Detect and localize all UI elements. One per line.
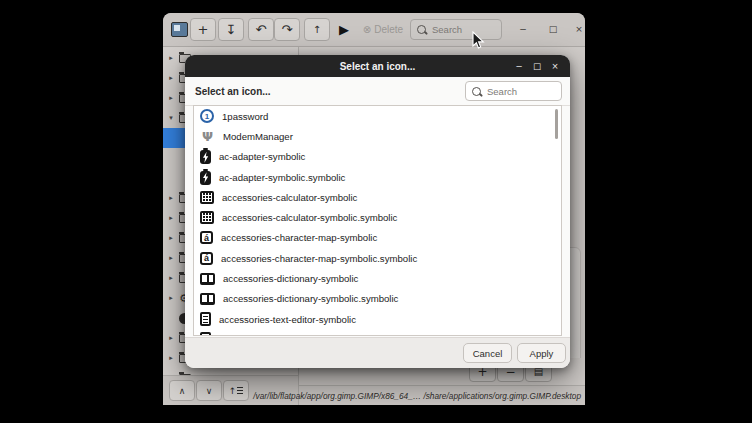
search-icon xyxy=(417,25,426,34)
expander-icon[interactable]: ▸ xyxy=(167,194,175,202)
undo-button[interactable]: ↶ xyxy=(248,18,274,41)
apply-button[interactable]: Apply xyxy=(517,343,566,363)
select-icon-dialog: Select an icon... − □ × Select an icon..… xyxy=(185,55,570,368)
delete-label: Delete xyxy=(374,24,403,35)
character-map-icon: á xyxy=(200,231,213,244)
battery-bolt-icon xyxy=(200,150,211,164)
list-item-calculator-symbolic[interactable]: accessories-calculator-symbolic.symbolic xyxy=(194,207,561,227)
toolbar-search-input[interactable] xyxy=(430,23,495,36)
calculator-icon xyxy=(200,211,214,224)
bolt-shape xyxy=(201,172,210,184)
export-button[interactable]: ↑ xyxy=(304,18,330,41)
expander-icon[interactable]: ▾ xyxy=(167,114,175,122)
sort-button[interactable]: ↑ xyxy=(223,380,249,401)
list-item-character-map-symbolic[interactable]: á accessories-character-map-symbolic.sym… xyxy=(194,248,561,268)
delete-icon: ⊗ xyxy=(363,24,371,35)
dialog-header-label: Select an icon... xyxy=(195,77,271,105)
list-scrollbar[interactable] xyxy=(555,109,558,139)
expander-icon[interactable]: ▸ xyxy=(167,354,175,362)
1password-icon: 1 xyxy=(200,109,214,123)
antenna-icon: Ψ xyxy=(200,129,215,144)
list-item-text-editor-symbolic[interactable]: accessories-text-editor-symbolic.symboli… xyxy=(194,329,561,336)
statusbar: /var/lib/flatpak/app/org.gimp.GIMP/x86_6… xyxy=(299,385,585,405)
list-item-dictionary[interactable]: accessories-dictionary-symbolic xyxy=(194,268,561,288)
charmap-glyph: á xyxy=(204,233,209,243)
list-item-calculator[interactable]: accessories-calculator-symbolic xyxy=(194,187,561,207)
dialog-search-input[interactable] xyxy=(485,85,555,98)
window-maximize-button[interactable]: □ xyxy=(545,21,561,37)
expander-icon[interactable]: ▸ xyxy=(167,214,175,222)
list-item-label: accessories-character-map-symbolic xyxy=(221,232,377,243)
list-item-label: accessories-character-map-symbolic.symbo… xyxy=(221,253,417,264)
dialog-close-button[interactable]: × xyxy=(548,59,562,73)
cancel-button[interactable]: Cancel xyxy=(463,343,512,363)
battery-bolt-icon xyxy=(200,171,211,185)
dialog-minimize-button[interactable]: − xyxy=(512,59,526,73)
list-item-ac-adapter[interactable]: ac-adapter-symbolic xyxy=(194,147,561,167)
search-icon xyxy=(472,87,481,96)
list-item-1password[interactable]: 1 1password xyxy=(194,106,561,126)
list-item-dictionary-symbolic[interactable]: accessories-dictionary-symbolic.symbolic xyxy=(194,289,561,309)
list-item-label: accessories-calculator-symbolic xyxy=(222,192,357,203)
charmap-glyph: á xyxy=(204,253,209,263)
list-item-label: ac-adapter-symbolic xyxy=(219,151,305,162)
move-down-button[interactable]: ∨ xyxy=(196,380,222,401)
icon-list[interactable]: 1 1password Ψ ModemManager ac-adapter-sy… xyxy=(193,105,562,336)
redo-button[interactable]: ↷ xyxy=(274,18,300,41)
main-toolbar: + ↧ ↶ ↷ ↑ ▶ ⊗ Delete − □ × xyxy=(163,13,585,47)
toolbar-search-box[interactable] xyxy=(410,19,502,40)
run-button[interactable]: ▶ xyxy=(331,18,357,41)
list-item-label: accessories-calculator-symbolic.symbolic xyxy=(222,212,397,223)
text-document-icon xyxy=(200,332,211,336)
save-button[interactable]: ↧ xyxy=(218,18,244,41)
desktop-file-path: /var/lib/flatpak/app/org.gimp.GIMP/x86_6… xyxy=(253,391,581,401)
list-item-label: accessories-dictionary-symbolic xyxy=(223,273,358,284)
dialog-action-area: Cancel Apply xyxy=(185,337,570,368)
calculator-icon xyxy=(200,191,214,204)
list-item-label: ModemManager xyxy=(223,131,293,142)
character-map-icon: á xyxy=(200,252,213,265)
dialog-header: Select an icon... xyxy=(185,77,570,106)
list-item-label: 1password xyxy=(222,111,268,122)
expander-icon[interactable]: ▸ xyxy=(167,334,175,342)
list-item-text-editor[interactable]: accessories-text-editor-symbolic xyxy=(194,309,561,329)
text-document-icon xyxy=(200,312,211,326)
expander-icon[interactable]: ▸ xyxy=(167,74,175,82)
sort-lines-icon xyxy=(237,387,243,394)
expander-icon[interactable]: ▸ xyxy=(167,294,175,302)
mouse-cursor xyxy=(472,31,485,54)
sort-arrow-icon: ↑ xyxy=(229,386,237,396)
app-icon xyxy=(171,22,188,37)
window-close-button[interactable]: × xyxy=(571,21,585,37)
expander-icon[interactable]: ▸ xyxy=(167,54,175,62)
book-icon xyxy=(200,293,215,305)
1password-glyph: 1 xyxy=(205,112,209,121)
window-minimize-button[interactable]: − xyxy=(515,21,531,37)
list-item-label: accessories-text-editor-symbolic xyxy=(219,314,356,325)
expander-icon[interactable]: ▸ xyxy=(167,274,175,282)
dialog-titlebar[interactable]: Select an icon... − □ × xyxy=(185,55,570,77)
list-item-modemmanager[interactable]: Ψ ModemManager xyxy=(194,126,561,146)
dialog-maximize-button[interactable]: □ xyxy=(530,59,544,73)
list-item-label: accessories-dictionary-symbolic.symbolic xyxy=(223,293,398,304)
list-item-label: ac-adapter-symbolic.symbolic xyxy=(219,172,345,183)
list-item-character-map[interactable]: á accessories-character-map-symbolic xyxy=(194,228,561,248)
screen: + ↧ ↶ ↷ ↑ ▶ ⊗ Delete − □ × ▸ Accessories xyxy=(0,0,752,423)
book-icon xyxy=(200,273,215,285)
delete-button[interactable]: ⊗ Delete xyxy=(360,18,406,41)
expander-icon[interactable]: ▸ xyxy=(167,234,175,242)
dialog-search-box[interactable] xyxy=(465,81,562,101)
list-item-ac-adapter-symbolic[interactable]: ac-adapter-symbolic.symbolic xyxy=(194,167,561,187)
move-up-button[interactable]: ∧ xyxy=(169,380,195,401)
expander-icon[interactable]: ▸ xyxy=(167,254,175,262)
list-item-label: accessories-text-editor-symbolic.symboli… xyxy=(219,334,396,336)
bolt-shape xyxy=(201,151,210,163)
new-item-button[interactable]: + xyxy=(190,18,216,41)
expander-icon[interactable]: ▸ xyxy=(167,94,175,102)
